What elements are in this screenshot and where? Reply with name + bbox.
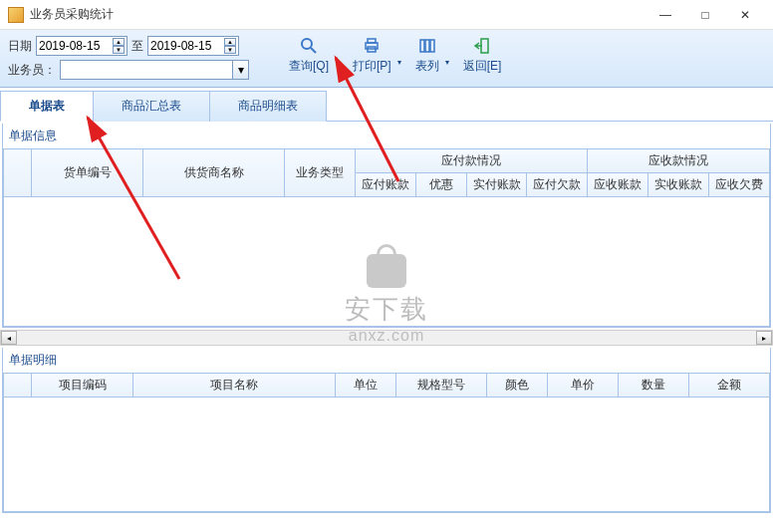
scroll-right-icon[interactable]: ▸ bbox=[756, 331, 772, 345]
col-paid-acct[interactable]: 实付账款 bbox=[466, 173, 527, 197]
tab-goods-detail[interactable]: 商品明细表 bbox=[209, 91, 327, 122]
bill-info-grid-body[interactable] bbox=[3, 197, 770, 327]
date-to-up[interactable]: ▲ bbox=[224, 38, 236, 46]
search-icon bbox=[299, 36, 319, 56]
tab-goods-summary[interactable]: 商品汇总表 bbox=[93, 91, 210, 122]
window-title: 业务员采购统计 bbox=[30, 6, 645, 23]
col-bill-no[interactable]: 货单编号 bbox=[32, 149, 143, 197]
svg-line-1 bbox=[311, 48, 316, 53]
bill-detail-title: 单据明细 bbox=[3, 348, 770, 373]
bill-info-title: 单据信息 bbox=[3, 124, 770, 148]
h-scrollbar[interactable]: ◂ ▸ bbox=[0, 330, 773, 346]
col-receivable-group[interactable]: 应收款情况 bbox=[588, 149, 770, 173]
svg-rect-5 bbox=[420, 40, 424, 52]
date-from-input[interactable]: ▲▼ bbox=[36, 36, 128, 56]
col2-unit[interactable]: 单位 bbox=[335, 374, 395, 398]
columns-icon bbox=[417, 36, 437, 56]
col-rowhandle[interactable] bbox=[4, 149, 32, 197]
col-payable-acct[interactable]: 应付账款 bbox=[356, 173, 416, 197]
toolbar-buttons: 查询[Q] 打印[P] ▾ 表列 ▾ 返回[E] bbox=[277, 30, 513, 87]
col-receivable-acct[interactable]: 应收账款 bbox=[588, 173, 648, 197]
date-from-down[interactable]: ▼ bbox=[113, 46, 125, 54]
minimize-button[interactable]: — bbox=[645, 1, 685, 29]
query-button[interactable]: 查询[Q] bbox=[277, 34, 341, 77]
col-payable-owe[interactable]: 应付欠款 bbox=[527, 173, 588, 197]
dropdown-icon: ▾ bbox=[397, 58, 401, 67]
tab-strip: 单据表 商品汇总表 商品明细表 bbox=[0, 90, 773, 122]
tab-bill-list[interactable]: 单据表 bbox=[0, 91, 94, 122]
back-button[interactable]: 返回[E] bbox=[451, 34, 514, 77]
col-receivable-owe[interactable]: 应收欠费 bbox=[709, 173, 770, 197]
bill-detail-grid-body[interactable] bbox=[3, 398, 770, 512]
window-titlebar: 业务员采购统计 — □ ✕ bbox=[0, 0, 773, 30]
filter-panel: 日期 ▲▼ 至 ▲▼ 业务员： ▾ bbox=[0, 30, 257, 87]
col-discount[interactable]: 优惠 bbox=[415, 173, 466, 197]
svg-point-0 bbox=[302, 39, 312, 49]
col2-spec[interactable]: 规格型号 bbox=[395, 374, 486, 398]
date-to-field[interactable] bbox=[150, 39, 222, 53]
col-btype[interactable]: 业务类型 bbox=[285, 149, 356, 197]
columns-button[interactable]: 表列 ▾ bbox=[403, 34, 451, 77]
svg-rect-3 bbox=[368, 39, 376, 43]
date-label: 日期 bbox=[8, 38, 32, 55]
query-label: 查询[Q] bbox=[289, 58, 329, 75]
maximize-button[interactable]: □ bbox=[685, 1, 725, 29]
svg-rect-6 bbox=[425, 40, 429, 52]
col2-price[interactable]: 单价 bbox=[547, 374, 618, 398]
toolbar-area: 日期 ▲▼ 至 ▲▼ 业务员： ▾ 查询[Q] bbox=[0, 30, 773, 88]
dropdown-icon: ▾ bbox=[445, 58, 449, 67]
col-supplier[interactable]: 供货商名称 bbox=[143, 149, 285, 197]
col-received-acct[interactable]: 实收账款 bbox=[648, 173, 709, 197]
salesman-combo[interactable]: ▾ bbox=[60, 60, 249, 80]
col-payable-group[interactable]: 应付款情况 bbox=[356, 149, 588, 173]
panel-bill-detail: 单据明细 项目编码 项目名称 单位 规格型号 颜色 单价 数量 金额 bbox=[2, 348, 771, 513]
close-button[interactable]: ✕ bbox=[725, 1, 765, 29]
print-label: 打印[P] bbox=[353, 58, 391, 75]
chevron-down-icon[interactable]: ▾ bbox=[232, 61, 248, 79]
app-icon bbox=[8, 7, 24, 23]
svg-rect-8 bbox=[481, 39, 488, 53]
panel-bill-info: 单据信息 货单编号 供货商名称 业务类型 应付款情况 应收款情况 应付账款 优惠… bbox=[2, 124, 771, 328]
svg-rect-7 bbox=[430, 40, 434, 52]
col2-color[interactable]: 颜色 bbox=[486, 374, 547, 398]
exit-icon bbox=[472, 36, 492, 56]
date-to-label: 至 bbox=[131, 38, 143, 55]
bill-detail-grid: 项目编码 项目名称 单位 规格型号 颜色 单价 数量 金额 bbox=[3, 373, 770, 512]
col2-amount[interactable]: 金额 bbox=[688, 374, 769, 398]
scroll-left-icon[interactable]: ◂ bbox=[1, 331, 17, 345]
date-from-field[interactable] bbox=[39, 39, 111, 53]
bill-info-grid: 货单编号 供货商名称 业务类型 应付款情况 应收款情况 应付账款 优惠 实付账款… bbox=[3, 148, 770, 327]
date-from-up[interactable]: ▲ bbox=[113, 38, 125, 46]
col2-rowhandle[interactable] bbox=[4, 374, 32, 398]
salesman-label: 业务员： bbox=[8, 62, 56, 79]
col2-item-name[interactable]: 项目名称 bbox=[132, 374, 335, 398]
col2-qty[interactable]: 数量 bbox=[618, 374, 688, 398]
printer-icon bbox=[362, 36, 382, 56]
columns-label: 表列 bbox=[415, 58, 439, 75]
print-button[interactable]: 打印[P] ▾ bbox=[341, 34, 403, 77]
col2-item-code[interactable]: 项目编码 bbox=[32, 374, 132, 398]
date-to-down[interactable]: ▼ bbox=[224, 46, 236, 54]
date-to-input[interactable]: ▲▼ bbox=[147, 36, 239, 56]
back-label: 返回[E] bbox=[463, 58, 502, 75]
